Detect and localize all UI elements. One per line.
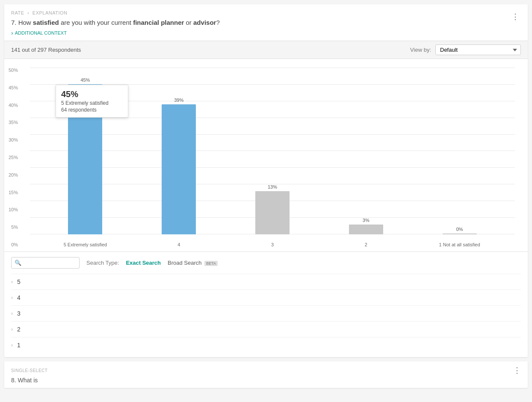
- bar-group-2[interactable]: 3%: [319, 68, 413, 234]
- more-menu-icon[interactable]: ⋮: [510, 10, 521, 23]
- list-item[interactable]: › 3: [11, 305, 521, 321]
- chevron-right-icon: ›: [11, 310, 13, 316]
- search-input[interactable]: [11, 257, 80, 269]
- exact-search-button[interactable]: Exact Search: [126, 260, 161, 266]
- tooltip-label: 5 Extremely satisfied: [61, 100, 123, 106]
- bar-3[interactable]: [255, 191, 290, 234]
- question-title-area: RATE › EXPLANATION 7. How satisfied are …: [11, 10, 220, 27]
- chart-area: 50% 45% 40% 35% 30% 25% 20% 15% 10% 5% 0…: [30, 68, 515, 247]
- response-list: › 5 › 4 › 3 › 2 › 1: [4, 274, 528, 353]
- bar-1[interactable]: [443, 234, 477, 234]
- bar-group-1[interactable]: 0%: [413, 68, 506, 234]
- search-wrapper: 🔍: [11, 257, 80, 269]
- view-by-select[interactable]: Default Percentage Count: [435, 44, 521, 55]
- chart-container: 50% 45% 40% 35% 30% 25% 20% 15% 10% 5% 0…: [4, 59, 528, 251]
- single-select-label: SINGLE-SELECT: [11, 368, 47, 373]
- bottom-more-icon[interactable]: ⋮: [513, 366, 521, 375]
- bottom-question: 8. What is: [11, 377, 521, 384]
- view-by-area: View by: Default Percentage Count: [410, 44, 521, 55]
- search-type-label: Search Type:: [86, 260, 119, 266]
- bar-group-3[interactable]: 13%: [226, 68, 319, 234]
- bar-group-4[interactable]: 39%: [132, 68, 226, 234]
- chevron-right-icon: ›: [11, 279, 13, 285]
- bottom-card: SINGLE-SELECT ⋮ 8. What is: [4, 361, 528, 388]
- bar-tooltip: 45% 5 Extremely satisfied 64 respondents: [56, 85, 128, 118]
- bar-2[interactable]: [349, 225, 383, 234]
- list-item[interactable]: › 4: [11, 290, 521, 305]
- list-item[interactable]: › 2: [11, 321, 521, 337]
- list-item[interactable]: › 5: [11, 274, 521, 290]
- chevron-right-icon: ›: [11, 295, 13, 301]
- question-header: RATE › EXPLANATION 7. How satisfied are …: [4, 4, 528, 29]
- bar-4[interactable]: [162, 104, 196, 234]
- breadcrumb: RATE › EXPLANATION: [11, 10, 220, 15]
- question-title: 7. How satisfied are you with your curre…: [11, 18, 220, 27]
- view-by-label: View by:: [410, 47, 431, 53]
- list-item[interactable]: › 1: [11, 337, 521, 353]
- y-axis-labels: 50% 45% 40% 35% 30% 25% 20% 15% 10% 5% 0…: [9, 68, 21, 247]
- additional-context-toggle[interactable]: ADDITIONAL CONTEXT: [4, 29, 528, 41]
- tooltip-percent: 45%: [61, 89, 123, 99]
- chevron-right-icon: ›: [11, 326, 13, 332]
- respondents-bar: 141 out of 297 Respondents View by: Defa…: [4, 41, 528, 59]
- search-section: 🔍 Search Type: Exact Search Broad Search…: [4, 251, 528, 274]
- chevron-right-icon: ›: [11, 342, 13, 348]
- x-labels: 5 Extremely satisfied 4 3 2 1 Not at all…: [30, 240, 515, 247]
- question-card: RATE › EXPLANATION 7. How satisfied are …: [4, 4, 528, 357]
- broad-search-button[interactable]: Broad Search BETA: [168, 260, 218, 266]
- bottom-card-header: SINGLE-SELECT ⋮: [11, 366, 521, 375]
- tooltip-respondents: 64 respondents: [61, 107, 123, 113]
- search-icon: 🔍: [15, 260, 21, 266]
- respondents-count: 141 out of 297 Respondents: [11, 47, 81, 53]
- beta-badge: BETA: [204, 261, 218, 266]
